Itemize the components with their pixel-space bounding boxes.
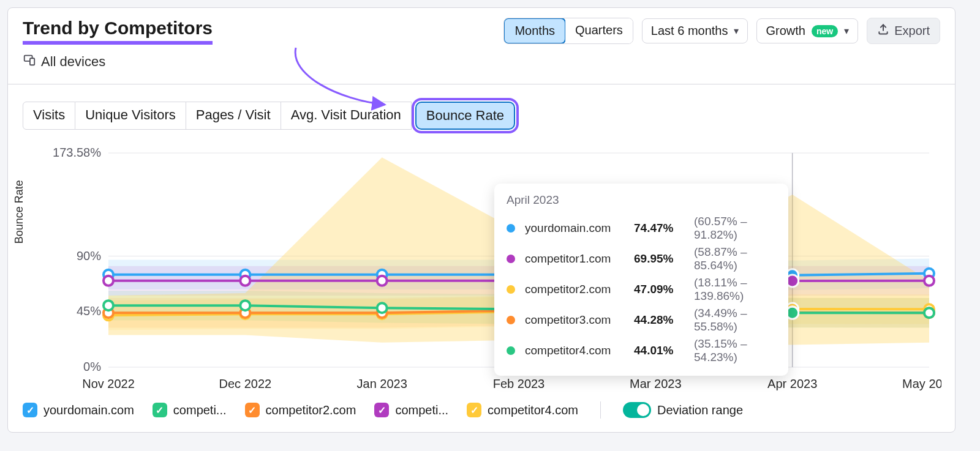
tooltip-range: (34.49% – 55.58%): [694, 307, 776, 334]
svg-text:90%: 90%: [77, 249, 101, 263]
chart-container: Bounce Rate 173.58%90%45%0%Nov 2022Dec 2…: [23, 147, 940, 392]
legend-item[interactable]: ✓competi...: [153, 403, 227, 417]
legend-label: competitor2.com: [266, 403, 356, 417]
legend-label: competitor4.com: [488, 403, 578, 417]
tooltip-row: competitor4.com44.01%(35.15% – 54.23%): [507, 335, 776, 366]
checkbox-icon: ✓: [245, 403, 260, 417]
checkbox-icon: ✓: [374, 403, 389, 417]
svg-text:Dec 2022: Dec 2022: [219, 377, 272, 390]
card-header: Trend by Competitors All devices Months …: [23, 18, 940, 70]
series-dot-icon: [507, 346, 515, 355]
series-dot-icon: [507, 255, 515, 263]
tooltip-value: 47.09%: [634, 283, 689, 296]
range-label: Last 6 months: [651, 24, 728, 38]
export-button[interactable]: Export: [867, 18, 940, 44]
legend-item[interactable]: ✓competi...: [374, 403, 448, 417]
checkbox-icon: ✓: [23, 403, 37, 417]
tooltip-series-name: competitor2.com: [525, 283, 629, 296]
svg-text:173.58%: 173.58%: [53, 147, 101, 159]
tooltip-value: 44.28%: [634, 313, 689, 327]
y-axis-label: Bounce Rate: [13, 180, 26, 244]
top-controls: Months Quarters Last 6 months ▾ Growth n…: [503, 18, 940, 44]
svg-text:Nov 2022: Nov 2022: [82, 377, 135, 390]
tab-unique-visitors[interactable]: Unique Visitors: [75, 102, 186, 130]
title-block: Trend by Competitors All devices: [23, 18, 213, 70]
tooltip-value: 74.47%: [634, 222, 689, 235]
checkbox-icon: ✓: [467, 403, 481, 417]
tooltip-range: (35.15% – 54.23%): [694, 337, 776, 364]
svg-point-31: [924, 276, 934, 286]
legend-item[interactable]: ✓yourdomain.com: [23, 403, 134, 417]
checkbox-icon: ✓: [153, 403, 167, 417]
legend-label: competi...: [395, 403, 448, 417]
page-title: Trend by Competitors: [23, 18, 213, 45]
legend-label: yourdomain.com: [43, 403, 134, 417]
range-dropdown[interactable]: Last 6 months ▾: [642, 18, 748, 43]
tooltip-row: competitor3.com44.28%(34.49% – 55.58%): [507, 305, 776, 335]
svg-text:Jan 2023: Jan 2023: [357, 377, 407, 390]
tooltip-value: 69.95%: [634, 252, 689, 266]
export-label: Export: [894, 24, 930, 38]
line-chart[interactable]: 173.58%90%45%0%Nov 2022Dec 2022Jan 2023F…: [23, 147, 941, 392]
svg-point-46: [104, 300, 113, 310]
svg-point-52: [924, 308, 934, 318]
svg-point-25: [104, 276, 113, 286]
tooltip-row: yourdomain.com74.47%(60.57% – 91.82%): [507, 213, 776, 244]
growth-dropdown[interactable]: Growth new ▾: [756, 18, 858, 43]
svg-text:0%: 0%: [83, 360, 101, 373]
legend-item[interactable]: ✓competitor2.com: [245, 403, 356, 417]
deviation-label: Deviation range: [657, 403, 743, 417]
tab-bounce-rate[interactable]: Bounce Rate: [415, 102, 515, 130]
svg-text:Apr 2023: Apr 2023: [767, 377, 817, 390]
tooltip-row: competitor2.com47.09%(18.11% – 139.86%): [507, 274, 776, 305]
growth-label: Growth: [766, 24, 805, 38]
deviation-toggle[interactable]: Deviation range: [623, 402, 743, 418]
svg-point-27: [377, 276, 387, 286]
trend-card: Trend by Competitors All devices Months …: [7, 7, 956, 433]
chart-legend: ✓yourdomain.com✓competi...✓competitor2.c…: [23, 401, 940, 419]
chevron-down-icon: ▾: [734, 25, 739, 37]
new-badge: new: [812, 25, 838, 37]
export-icon: [877, 23, 889, 39]
toggle-switch-icon: [623, 402, 651, 418]
devices-icon: [23, 53, 36, 70]
svg-text:Mar 2023: Mar 2023: [630, 377, 682, 390]
svg-rect-1: [30, 58, 34, 65]
svg-text:Feb 2023: Feb 2023: [493, 377, 545, 390]
chart-tooltip: April 2023 yourdomain.com74.47%(60.57% –…: [494, 184, 788, 376]
tab-visits[interactable]: Visits: [23, 102, 75, 130]
tooltip-series-name: competitor3.com: [525, 313, 629, 327]
divider: [8, 84, 955, 84]
legend-item[interactable]: ✓competitor4.com: [467, 403, 578, 417]
svg-point-48: [377, 303, 387, 313]
period-quarters[interactable]: Quarters: [565, 18, 633, 43]
series-dot-icon: [507, 285, 515, 294]
tooltip-series-name: competitor4.com: [525, 344, 629, 357]
tooltip-range: (18.11% – 139.86%): [694, 276, 776, 303]
tab-avg-duration[interactable]: Avg. Visit Duration: [281, 102, 412, 130]
tab-pages-visit[interactable]: Pages / Visit: [186, 102, 281, 130]
period-months[interactable]: Months: [503, 18, 566, 44]
svg-text:May 2023: May 2023: [902, 377, 941, 390]
tooltip-series-name: competitor1.com: [525, 252, 629, 266]
period-segment: Months Quarters: [503, 18, 633, 44]
tooltip-row: competitor1.com69.95%(58.87% – 85.64%): [507, 244, 776, 274]
svg-point-47: [240, 300, 250, 310]
legend-label: competi...: [173, 403, 227, 417]
chevron-down-icon: ▾: [844, 25, 849, 37]
series-dot-icon: [507, 224, 515, 233]
tooltip-value: 44.01%: [634, 344, 689, 357]
devices-label: All devices: [41, 54, 105, 70]
tooltip-range: (60.57% – 91.82%): [694, 215, 776, 242]
legend-divider: [600, 401, 601, 419]
svg-text:45%: 45%: [77, 304, 101, 318]
metric-tabs: Visits Unique Visitors Pages / Visit Avg…: [23, 102, 940, 130]
tooltip-range: (58.87% – 85.64%): [694, 245, 776, 272]
tooltip-title: April 2023: [507, 193, 776, 207]
svg-point-26: [240, 276, 250, 286]
tooltip-series-name: yourdomain.com: [525, 222, 629, 235]
devices-row[interactable]: All devices: [23, 53, 213, 70]
series-dot-icon: [507, 316, 515, 324]
